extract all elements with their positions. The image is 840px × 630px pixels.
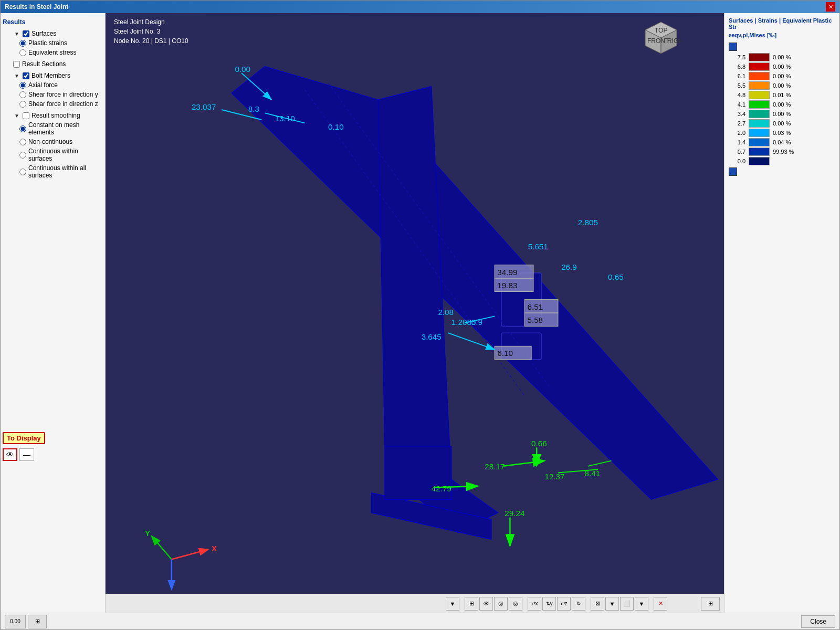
legend-percent: 0.00 % — [773, 101, 799, 108]
svg-line-61 — [172, 549, 208, 559]
sidebar: Results ▼ Surfaces Plastic strains Equiv… — [1, 13, 106, 613]
layers-dropdown-btn[interactable]: ▼ — [605, 597, 619, 611]
legend-row: 5.5 0.00 % — [729, 81, 835, 90]
close-button[interactable]: Close — [801, 615, 835, 628]
axial-force-radio[interactable] — [19, 82, 26, 89]
axis-x-btn[interactable]: ⇄x — [528, 597, 541, 611]
svg-text:42.79: 42.79 — [432, 484, 452, 493]
svg-text:Y: Y — [145, 529, 150, 538]
orientation-cube[interactable]: TOP FRONT RIGHT — [640, 19, 682, 61]
sidebar-item-non-continuous[interactable]: Non-continuous — [3, 137, 103, 146]
sidebar-item-plastic-strains[interactable]: Plastic strains — [3, 38, 103, 48]
sidebar-item-shear-force-z[interactable]: Shear force in direction z — [3, 99, 103, 109]
sidebar-item-constant-mesh[interactable]: Constant on mesh elements — [3, 120, 103, 137]
sidebar-item-continuous-surfaces[interactable]: Continuous within surfaces — [3, 146, 103, 163]
to-display-badge: To Display — [3, 432, 45, 444]
continuous-all-radio[interactable] — [19, 169, 26, 175]
svg-text:0.00: 0.00 — [235, 65, 250, 74]
status-grid-btn[interactable]: ⊞ — [28, 615, 47, 628]
svg-text:19.83: 19.83 — [497, 281, 517, 290]
legend-color-swatch — [749, 72, 770, 80]
cube-dropdown-btn[interactable]: ▼ — [635, 597, 648, 611]
legend-value: 2.0 — [729, 130, 746, 136]
window-close-button[interactable]: ✕ — [826, 2, 835, 12]
shear-force-z-radio[interactable] — [19, 101, 26, 108]
status-value-btn[interactable]: 0.00 — [5, 615, 26, 628]
legend-color-swatch — [749, 138, 770, 146]
non-continuous-radio[interactable] — [19, 139, 26, 145]
joint-label: Steel Joint No. 3 — [114, 27, 188, 36]
legend-color-swatch — [749, 91, 770, 99]
shear-force-y-radio[interactable] — [19, 91, 26, 98]
axis-y-btn[interactable]: ⇅y — [542, 597, 556, 611]
equivalent-stress-label: Equivalent stress — [28, 49, 76, 56]
target-btn2[interactable]: ◎ — [509, 597, 522, 611]
dash-button[interactable]: — — [19, 448, 34, 461]
bolt-members-checkbox[interactable] — [23, 72, 29, 79]
legend-value: 0.0 — [729, 158, 746, 164]
svg-text:TOP: TOP — [655, 27, 667, 34]
sidebar-item-bolt-members[interactable]: ▼ Bolt Members — [3, 71, 103, 80]
legend-row: 6.1 0.00 % — [729, 72, 835, 80]
svg-text:FRONT: FRONT — [647, 37, 669, 45]
svg-text:3.645: 3.645 — [422, 332, 442, 341]
sidebar-item-result-smoothing[interactable]: ▼ Result smoothing — [3, 111, 103, 120]
axis-indicator: Y X Z — [145, 529, 217, 604]
svg-marker-7 — [232, 67, 718, 500]
view-dropdown-btn[interactable]: ▼ — [446, 597, 459, 611]
layers-btn[interactable]: ⊠ — [591, 597, 604, 611]
rotate-btn[interactable]: ↻ — [572, 597, 585, 611]
shear-force-z-label: Shear force in direction z — [28, 100, 98, 108]
eye-button[interactable]: 👁 — [3, 448, 17, 461]
table-btn[interactable]: ⊞ — [701, 597, 720, 611]
sidebar-item-continuous-all[interactable]: Continuous within all surfaces — [3, 163, 103, 180]
legend-color-swatch — [749, 53, 770, 61]
legend-color-swatch — [749, 157, 770, 165]
non-continuous-label: Non-continuous — [28, 138, 72, 145]
grid-btn[interactable]: ⊞ — [465, 597, 478, 611]
legend-row: 3.4 0.00 % — [729, 110, 835, 118]
constant-mesh-radio[interactable] — [19, 125, 26, 132]
sidebar-item-surfaces[interactable]: ▼ Surfaces — [3, 29, 103, 38]
view-toolbar: ▼ ⊞ 👁 ◎ ◎ ⇄x ⇅y ⇄z ↻ ⊠ ▼ ⬜ ▼ ✕ ⊞ — [106, 594, 724, 613]
sidebar-item-shear-force-y[interactable]: Shear force in direction y — [3, 90, 103, 99]
constant-mesh-label: Constant on mesh elements — [28, 121, 103, 136]
result-smoothing-checkbox[interactable] — [23, 112, 29, 119]
sidebar-item-result-sections[interactable]: Result Sections — [3, 59, 103, 69]
sidebar-item-axial-force[interactable]: Axial force — [3, 80, 103, 90]
legend-percent: 0.03 % — [773, 130, 799, 136]
plastic-strains-radio[interactable] — [19, 40, 26, 47]
legend-percent: 0.00 % — [773, 111, 799, 117]
axis-z-btn[interactable]: ⇄z — [557, 597, 571, 611]
svg-text:6.10: 6.10 — [497, 349, 513, 358]
legend-percent: 0.01 % — [773, 92, 799, 98]
viewport-header: Steel Joint Design Steel Joint No. 3 Nod… — [114, 17, 188, 46]
main-content: Results ▼ Surfaces Plastic strains Equiv… — [1, 13, 839, 613]
viewport: Steel Joint Design Steel Joint No. 3 Nod… — [106, 13, 724, 613]
legend-value: 0.7 — [729, 149, 746, 155]
settings-btn[interactable]: ✕ — [654, 597, 667, 611]
continuous-surfaces-radio[interactable] — [19, 152, 26, 159]
equivalent-stress-radio[interactable] — [19, 49, 26, 56]
axial-force-label: Axial force — [28, 81, 58, 89]
legend-bottom-indicator — [729, 167, 737, 176]
legend-value: 4.1 — [729, 101, 746, 108]
legend-percent: 0.00 % — [773, 64, 799, 70]
svg-text:5.651: 5.651 — [528, 242, 548, 251]
legend-value: 1.4 — [729, 139, 746, 145]
surfaces-checkbox[interactable] — [23, 30, 29, 37]
legend-title: Surfaces | Strains | Equivalent Plastic … — [729, 17, 835, 30]
legend-value: 7.5 — [729, 54, 746, 60]
design-label: Steel Joint Design — [114, 17, 188, 27]
svg-text:2.08: 2.08 — [438, 308, 454, 317]
cube-btn[interactable]: ⬜ — [620, 597, 634, 611]
legend-percent: 0.00 % — [773, 54, 799, 60]
svg-text:2.805: 2.805 — [578, 218, 598, 227]
eye-view-btn[interactable]: 👁 — [479, 597, 493, 611]
result-sections-checkbox[interactable] — [13, 61, 20, 68]
target-btn1[interactable]: ◎ — [494, 597, 508, 611]
bolt-members-label: Bolt Members — [32, 72, 70, 79]
sidebar-item-equivalent-stress[interactable]: Equivalent stress — [3, 48, 103, 57]
legend-value: 4.8 — [729, 92, 746, 98]
legend-top-indicator — [729, 43, 737, 51]
